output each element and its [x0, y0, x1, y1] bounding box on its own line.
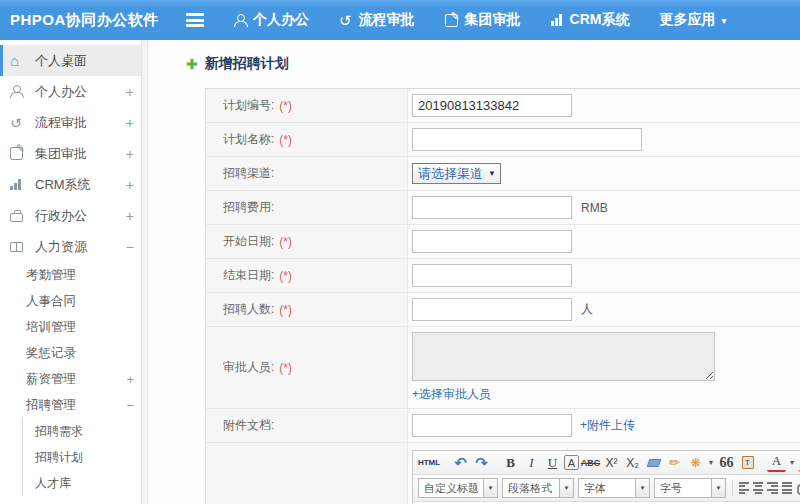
expand-plus-icon[interactable]: + [126, 372, 134, 387]
chevron-down-icon[interactable]: ▾ [788, 453, 796, 472]
nav-workflow-approval[interactable]: ↺ 流程审批 [339, 11, 415, 29]
sidebar-item-label: 招聘管理 [26, 397, 76, 414]
approver-textarea[interactable] [412, 332, 715, 381]
sidebar-item-crm[interactable]: CRM系统 + [0, 169, 148, 200]
background-color-icon[interactable]: ❋ [686, 453, 705, 472]
sidebar-item-admin-office[interactable]: 行政办公 + [0, 200, 148, 231]
format-brush-icon[interactable]: ✏ [665, 453, 684, 472]
expand-plus-icon[interactable]: + [126, 177, 134, 193]
expand-plus-icon[interactable]: + [126, 146, 134, 162]
sidebar-menu: ⌂ 个人桌面 个人办公 + ↺ 流程审批 + 集团审批 + CRM系统 + 行政… [0, 40, 148, 496]
top-bar: PHPOA协同办公软件 个人办公 ↺ 流程审批 集团审批 CRM系统 更多应用 … [0, 0, 800, 40]
app-logo[interactable]: PHPOA协同办公软件 [0, 11, 186, 30]
editor-toolbar-row1: HTML ↶ ↷ B I U A ABC X² X₂ ✏ [413, 451, 800, 475]
start-date-input[interactable] [412, 230, 572, 253]
italic-button[interactable]: I [522, 453, 541, 472]
custom-title-select[interactable]: 自定义标题 ▾ [418, 478, 498, 498]
source-code-button[interactable]: HTML [417, 453, 441, 472]
underline-button[interactable]: U [543, 453, 562, 472]
sidebar-item-personal-office[interactable]: 个人办公 + [0, 76, 148, 107]
strikethrough-button[interactable]: ABC [581, 453, 600, 472]
collapse-minus-icon[interactable]: − [126, 239, 134, 255]
form-row-editor: HTML ↶ ↷ B I U A ABC X² X₂ ✏ [206, 443, 800, 504]
sidebar-item-workflow-approval[interactable]: ↺ 流程审批 + [0, 107, 148, 138]
chevron-down-icon[interactable]: ▾ [707, 453, 715, 472]
form-row-plan-no: 计划编号: (*) [206, 89, 800, 123]
expand-plus-icon[interactable]: + [126, 208, 134, 224]
sidebar-item-recruit-plan[interactable]: 招聘计划 [23, 444, 148, 470]
sidebar-item-label: 奖惩记录 [26, 345, 76, 362]
sidebar-item-reward-punishment[interactable]: 奖惩记录 [0, 340, 148, 366]
align-left-icon[interactable] [739, 482, 749, 494]
sidebar: ⌂ 个人桌面 个人办公 + ↺ 流程审批 + 集团审批 + CRM系统 + 行政… [0, 40, 148, 504]
sidebar-item-label: 招聘计划 [35, 449, 83, 466]
channel-select[interactable]: 请选择渠道 ▼ [412, 163, 501, 184]
sidebar-scrollbar[interactable] [141, 40, 148, 504]
nav-group-approval[interactable]: 集团审批 [445, 11, 521, 29]
paragraph-format-select[interactable]: 段落格式 ▾ [502, 478, 574, 498]
undo-icon[interactable]: ↶ [451, 453, 470, 472]
menu-toggle-icon[interactable] [186, 13, 204, 27]
sidebar-item-training[interactable]: 培训管理 [0, 314, 148, 340]
headcount-input[interactable] [412, 298, 572, 321]
font-size-select[interactable]: 字号 ▾ [654, 478, 726, 498]
nav-more-apps[interactable]: 更多应用 ▾ [659, 11, 726, 29]
choose-approver-link[interactable]: +选择审批人员 [412, 386, 491, 403]
align-right-icon[interactable] [767, 482, 777, 494]
sidebar-item-label: 个人桌面 [35, 52, 87, 70]
form-row-attachment: 附件文档: +附件上传 [206, 409, 800, 443]
subscript-button[interactable]: X₂ [623, 453, 642, 472]
sidebar-item-hr-contract[interactable]: 人事合同 [0, 288, 148, 314]
add-plus-icon: ✚ [186, 56, 198, 72]
align-justify-icon[interactable] [782, 482, 792, 494]
attachment-input[interactable] [412, 414, 572, 437]
chevron-down-icon: ▾ [560, 478, 574, 498]
align-center-icon[interactable] [753, 482, 763, 494]
sidebar-item-talent-pool[interactable]: 人才库 [23, 470, 148, 496]
paste-icon[interactable]: T [738, 453, 757, 472]
rich-text-editor: HTML ↶ ↷ B I U A ABC X² X₂ ✏ [412, 450, 800, 504]
top-nav: 个人办公 ↺ 流程审批 集团审批 CRM系统 更多应用 ▾ [234, 11, 757, 29]
plan-name-input[interactable] [412, 128, 642, 151]
home-icon: ⌂ [10, 53, 27, 68]
attachment-upload-link[interactable]: +附件上传 [580, 417, 635, 434]
field-label: 开始日期: (*) [206, 225, 408, 258]
end-date-input[interactable] [412, 264, 572, 287]
chevron-down-icon: ▾ [484, 478, 498, 498]
collapse-minus-icon[interactable]: − [126, 398, 134, 413]
font-family-select[interactable]: 字体 ▾ [578, 478, 650, 498]
form-row-plan-name: 计划名称: (*) [206, 123, 800, 157]
sidebar-item-recruit-management[interactable]: 招聘管理 − [0, 392, 148, 418]
sidebar-item-group-approval[interactable]: 集团审批 + [0, 138, 148, 169]
sidebar-item-label: 流程审批 [35, 114, 87, 132]
blockquote-button[interactable]: 66 [717, 453, 736, 472]
superscript-button[interactable]: X² [602, 453, 621, 472]
font-color-button[interactable]: A [767, 453, 786, 472]
sidebar-item-label: 人事合同 [26, 293, 76, 310]
required-mark: (*) [279, 303, 292, 317]
page-title: ✚ 新增招聘计划 [148, 40, 800, 73]
sidebar-item-recruit-demand[interactable]: 招聘需求 [23, 418, 148, 444]
bold-button[interactable]: B [501, 453, 520, 472]
workflow-icon: ↺ [339, 13, 352, 28]
sidebar-item-attendance[interactable]: 考勤管理 [0, 262, 148, 288]
cost-input[interactable] [412, 196, 572, 219]
redo-icon[interactable]: ↷ [472, 453, 491, 472]
autotypeset-button[interactable]: A [564, 455, 579, 470]
sidebar-item-personal-desktop[interactable]: ⌂ 个人桌面 [0, 45, 148, 76]
currency-suffix: RMB [581, 201, 608, 215]
editor-toolbar-row2: 自定义标题 ▾ 段落格式 ▾ 字体 ▾ 字号 ▾ [413, 475, 800, 502]
sidebar-item-label: 个人办公 [35, 83, 87, 101]
nav-crm-system[interactable]: CRM系统 [551, 11, 630, 29]
eraser-icon[interactable] [644, 453, 663, 472]
form-row-end-date: 结束日期: (*) [206, 259, 800, 293]
sidebar-item-label: 考勤管理 [26, 267, 76, 284]
sidebar-item-salary[interactable]: 薪资管理 + [0, 366, 148, 392]
expand-plus-icon[interactable]: + [126, 84, 134, 100]
expand-plus-icon[interactable]: + [126, 115, 134, 131]
sidebar-item-human-resources[interactable]: 人力资源 − [0, 231, 148, 262]
nav-personal-office[interactable]: 个人办公 [234, 11, 309, 29]
person-icon [10, 85, 27, 98]
plan-no-input[interactable] [412, 94, 572, 117]
chevron-down-icon: ▾ [636, 478, 650, 498]
